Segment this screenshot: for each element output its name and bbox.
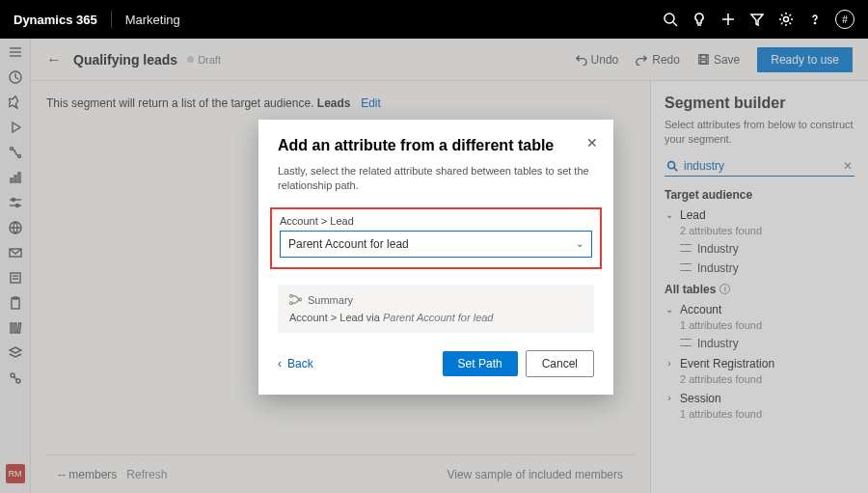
set-path-button[interactable]: Set Path (443, 351, 518, 376)
brand-label: Dynamics 365 (14, 13, 97, 27)
svg-line-1 (673, 22, 677, 26)
path-icon (289, 294, 302, 305)
search-icon[interactable] (656, 0, 685, 39)
relationship-field-highlight: Account > Lead Parent Account for lead ⌄ (270, 207, 602, 269)
add-icon[interactable] (714, 0, 743, 39)
relationship-summary: Summary Account > Lead via Parent Accoun… (278, 285, 594, 333)
lightbulb-icon[interactable] (685, 0, 714, 39)
global-topbar: Dynamics 365 Marketing # (0, 0, 868, 39)
svg-point-0 (665, 14, 674, 23)
relationship-breadcrumb: Account > Lead (280, 215, 592, 227)
svg-point-5 (784, 17, 789, 22)
relationship-select-value: Parent Account for lead (288, 237, 409, 251)
add-attribute-modal: ✕ Add an attribute from a different tabl… (258, 120, 613, 395)
close-icon[interactable]: ✕ (586, 135, 598, 151)
modal-subtitle: Lastly, select the related attribute sha… (278, 164, 594, 194)
modal-title: Add an attribute from a different table (278, 137, 594, 154)
brand-separator (111, 11, 112, 28)
gear-icon[interactable] (772, 0, 800, 39)
modal-back-button[interactable]: ‹Back (278, 357, 313, 370)
svg-point-6 (814, 22, 815, 23)
chevron-left-icon: ‹ (278, 357, 282, 370)
chevron-down-icon: ⌄ (576, 238, 583, 249)
module-label: Marketing (125, 13, 180, 27)
cancel-button[interactable]: Cancel (526, 350, 594, 377)
filter-icon[interactable] (743, 0, 772, 39)
user-avatar[interactable]: # (835, 10, 854, 29)
help-icon[interactable] (800, 0, 829, 39)
relationship-select[interactable]: Parent Account for lead ⌄ (280, 231, 592, 258)
